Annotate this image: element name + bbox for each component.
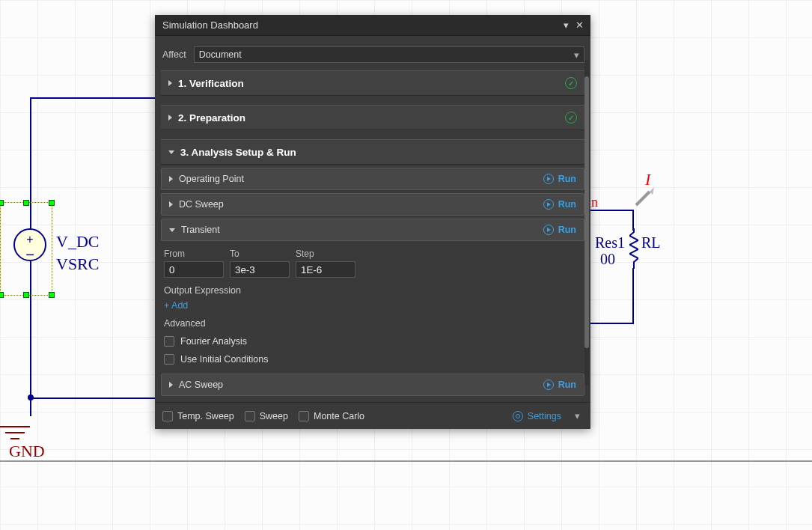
chevron-down-icon: ▾ (574, 49, 579, 61)
sub-ac-sweep[interactable]: AC Sweep Run (161, 374, 584, 396)
minus-icon: − (25, 251, 34, 258)
from-label: From (164, 249, 224, 259)
affect-select[interactable]: Document ▾ (194, 46, 584, 63)
plus-icon: + (26, 233, 33, 246)
gnd-label: GND (9, 442, 45, 461)
run-button-op[interactable]: Run (543, 174, 576, 184)
wire (30, 97, 156, 99)
affect-label: Affect (162, 49, 186, 60)
temp-sweep-checkbox[interactable] (162, 411, 173, 421)
resize-handle[interactable] (49, 292, 55, 298)
to-input[interactable] (230, 261, 290, 278)
settings-link[interactable]: Settings (513, 411, 561, 421)
fourier-checkbox[interactable] (164, 336, 174, 347)
add-expression-link[interactable]: + Add (164, 300, 581, 311)
section-analysis[interactable]: 3. Analysis Setup & Run (161, 139, 584, 165)
caret-right-icon (169, 382, 173, 388)
simulation-dashboard-panel: Simulation Dashboard ▾ ✕ Affect Document… (155, 15, 590, 429)
section-preparation[interactable]: 2. Preparation (161, 105, 584, 130)
res-val-label[interactable]: 00 (600, 251, 615, 268)
footer-chevron-icon[interactable]: ▾ (572, 410, 583, 421)
initial-conditions-checkbox[interactable] (164, 354, 174, 365)
res-ref-label[interactable]: Res1 (595, 234, 625, 252)
transient-body: From To Step Output Expression + Add Adv… (161, 241, 584, 371)
monte-carlo-label: Monte Carlo (314, 411, 364, 421)
voltage-source-symbol[interactable]: + − (13, 228, 46, 261)
monte-carlo-checkbox[interactable] (299, 411, 309, 421)
step-input[interactable] (296, 261, 355, 278)
sub-transient[interactable]: Transient Run (161, 219, 584, 241)
sub-label: Transient (181, 225, 220, 235)
svg-marker-1 (650, 187, 654, 195)
status-ok-icon (565, 112, 577, 124)
temp-sweep-label: Temp. Sweep (177, 411, 234, 421)
svg-line-0 (636, 192, 650, 205)
probe-icon[interactable] (635, 187, 654, 210)
output-expression-label: Output Expression (164, 285, 581, 296)
sweep-label: Sweep (260, 411, 288, 421)
panel-titlebar[interactable]: Simulation Dashboard ▾ ✕ (155, 15, 590, 36)
caret-right-icon (168, 115, 172, 121)
sub-operating-point[interactable]: Operating Point Run (161, 168, 584, 190)
vsrc-type-label[interactable]: VSRC (56, 255, 99, 274)
run-button-dc[interactable]: Run (543, 199, 576, 210)
section-label: 3. Analysis Setup & Run (180, 147, 296, 158)
resize-handle[interactable] (49, 200, 55, 206)
fourier-label: Fourier Analysis (180, 336, 247, 347)
section-label: 1. Verification (178, 78, 244, 89)
step-label: Step (296, 249, 355, 259)
initial-conditions-label: Use Initial Conditions (180, 354, 268, 365)
wire (30, 398, 156, 399)
caret-right-icon (168, 80, 172, 86)
play-icon (543, 199, 554, 210)
run-button-ac[interactable]: Run (543, 380, 576, 390)
section-label: 2. Preparation (178, 112, 245, 124)
caret-right-icon (169, 176, 173, 182)
play-icon (543, 380, 554, 390)
resistor-symbol[interactable] (629, 228, 638, 269)
sub-label: AC Sweep (179, 380, 223, 390)
resize-handle[interactable] (23, 200, 29, 206)
junction-dot (28, 395, 34, 400)
sub-label: Operating Point (179, 174, 244, 184)
wire (632, 268, 634, 324)
status-ok-icon (565, 77, 577, 89)
caret-right-icon (169, 201, 173, 207)
caret-down-icon (169, 228, 175, 232)
gear-icon (513, 411, 523, 421)
section-verification[interactable]: 1. Verification (161, 70, 584, 96)
partial-label: n (591, 195, 598, 210)
res-name-label[interactable]: RL (641, 234, 661, 252)
run-button-transient[interactable]: Run (543, 225, 576, 235)
advanced-label: Advanced (164, 318, 581, 329)
sub-label: DC Sweep (179, 199, 224, 210)
play-icon (543, 174, 554, 184)
caret-down-icon (168, 150, 174, 154)
resize-handle[interactable] (0, 200, 4, 206)
wire (590, 323, 634, 324)
vsrc-ref-label[interactable]: V_DC (56, 232, 99, 252)
from-input[interactable] (164, 261, 224, 278)
resize-handle[interactable] (23, 292, 29, 298)
sub-dc-sweep[interactable]: DC Sweep Run (161, 193, 584, 216)
scrollbar-thumb[interactable] (584, 76, 589, 348)
to-label: To (230, 249, 290, 259)
wire (632, 210, 634, 231)
play-icon (543, 225, 554, 235)
dropdown-icon[interactable]: ▾ (559, 19, 573, 32)
resize-handle[interactable] (0, 292, 4, 298)
sweep-checkbox[interactable] (245, 411, 255, 421)
close-icon[interactable]: ✕ (573, 19, 586, 32)
panel-scrollbar[interactable] (584, 60, 589, 386)
affect-value: Document (199, 49, 242, 60)
panel-title: Simulation Dashboard (162, 19, 258, 31)
